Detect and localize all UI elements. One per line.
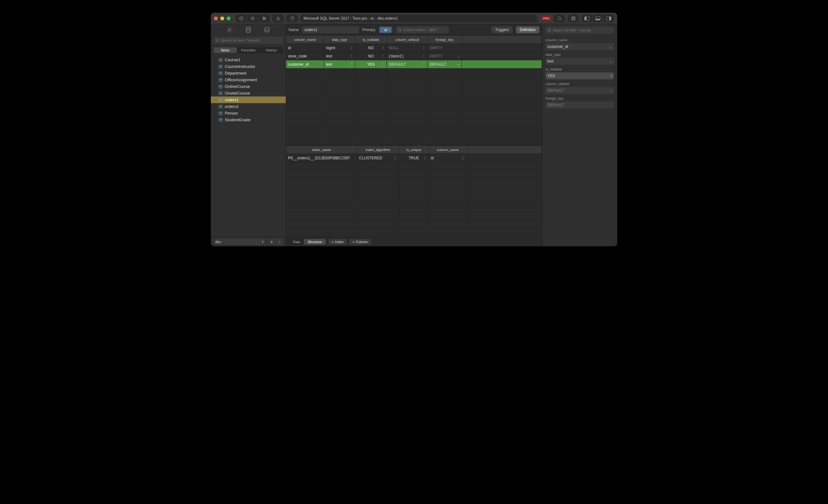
layout-left-panel-button[interactable] xyxy=(582,14,592,22)
header-column-name[interactable]: column_name xyxy=(286,36,324,43)
layout-right-panel-button[interactable] xyxy=(603,14,614,22)
stepper-icon[interactable] xyxy=(423,54,426,58)
sidebar-item-person[interactable]: Person xyxy=(211,110,286,117)
header-is-nullable[interactable]: is_nullable xyxy=(355,36,387,43)
cell-index-name[interactable]: PK__orders1__3213E83F06BC2397 xyxy=(286,154,357,162)
inspector-search-input[interactable] xyxy=(553,28,612,32)
sidebar-search-box[interactable] xyxy=(213,37,283,44)
grid-view-button[interactable] xyxy=(568,14,579,22)
arrow-right-icon[interactable]: → xyxy=(457,46,460,50)
breadcrumb[interactable]: Microsoft SQL Server 2017 : Tono pro : s… xyxy=(300,14,537,22)
stepper-icon[interactable] xyxy=(395,156,398,160)
sidebar-item-studentgrade[interactable]: StudentGrade xyxy=(211,117,286,123)
sidebar-item-onlinecourse[interactable]: OnlineCourse xyxy=(211,83,286,90)
cell-data-type[interactable]: bigint xyxy=(324,44,355,52)
minimize-window-button[interactable] xyxy=(220,16,224,20)
sidebar-item-officeassignment[interactable]: OfficeAssignment xyxy=(211,77,286,83)
cell-column-default[interactable]: DEFAULT xyxy=(387,60,428,68)
view-structure-button[interactable]: Structure xyxy=(304,239,326,245)
stepper-icon[interactable] xyxy=(382,46,386,50)
add-column-button[interactable]: +Column xyxy=(349,239,371,245)
header-is-unique[interactable]: is_unique xyxy=(399,146,429,154)
indexes-body[interactable]: PK__orders1__3213E83F06BC2397 CLUSTERED … xyxy=(286,154,542,237)
stepper-icon[interactable] xyxy=(424,156,428,160)
index-row[interactable]: PK__orders1__3213E83F06BC2397 CLUSTERED … xyxy=(286,154,542,162)
stepper-icon[interactable] xyxy=(463,156,466,160)
layout-bottom-panel-button[interactable] xyxy=(592,14,603,22)
stepper-icon[interactable] xyxy=(351,62,354,67)
cell-column-name[interactable]: customer_id xyxy=(286,60,324,68)
sidebar-item-orders1[interactable]: orders1 xyxy=(211,96,286,103)
sidebar-item-department[interactable]: Department xyxy=(211,70,286,77)
triggers-button[interactable]: Triggers xyxy=(491,26,513,33)
maximize-window-button[interactable] xyxy=(227,16,231,20)
header-index-algorithm[interactable]: index_algorithm xyxy=(357,146,399,154)
database-icon[interactable] xyxy=(245,27,251,33)
insp-field-column-default[interactable]: DEFAULT xyxy=(545,87,614,94)
header-column-default[interactable]: column_default xyxy=(387,36,428,43)
view-data-button[interactable]: Data xyxy=(289,239,304,245)
header-index-column[interactable]: column_name xyxy=(429,146,467,154)
stepper-icon[interactable] xyxy=(423,46,426,50)
add-item-button[interactable]: + xyxy=(268,239,276,245)
column-row[interactable]: store_code text NO ('store1') EMPTY→ xyxy=(286,52,542,60)
header-data-type[interactable]: data_type xyxy=(324,36,355,43)
column-search-input[interactable] xyxy=(403,28,447,32)
cell-foreign-key[interactable]: EMPTY→ xyxy=(428,52,462,60)
search-button[interactable] xyxy=(554,14,565,22)
arrow-right-icon[interactable]: → xyxy=(457,62,460,66)
table-name-input[interactable] xyxy=(302,26,359,33)
header-foreign-key[interactable]: foreign_key xyxy=(428,36,462,43)
cell-index-column[interactable]: id xyxy=(429,154,467,162)
cell-data-type[interactable]: text xyxy=(324,52,355,60)
preview-button[interactable] xyxy=(247,14,258,22)
cell-is-nullable[interactable]: NO xyxy=(355,52,387,60)
cell-column-default[interactable]: ('store1') xyxy=(387,52,428,60)
stepper-icon[interactable] xyxy=(351,46,354,50)
close-window-button[interactable] xyxy=(214,16,218,20)
tab-history[interactable]: History xyxy=(260,47,283,53)
split-handle[interactable] xyxy=(414,144,423,146)
activity-icon[interactable] xyxy=(226,27,233,33)
stepper-icon[interactable] xyxy=(382,62,386,67)
cell-column-name[interactable]: id xyxy=(286,44,324,52)
schema-select[interactable]: dbo ⇅ xyxy=(213,239,266,245)
insp-field-column-name[interactable]: customer_id xyxy=(545,43,614,50)
cell-column-name[interactable]: store_code xyxy=(286,52,324,60)
cell-foreign-key[interactable]: EMPTY→ xyxy=(428,44,462,52)
cell-column-default[interactable]: NULL xyxy=(387,44,428,52)
stepper-icon[interactable] xyxy=(423,62,426,67)
column-row[interactable]: customer_id text YES DEFAULT DEFAULT→ xyxy=(286,60,542,69)
tab-items[interactable]: Items xyxy=(214,47,237,53)
columns-body[interactable]: id bigint NO NULL EMPTY→ store_code text… xyxy=(286,44,542,145)
sidebar-item-onsitecourse[interactable]: OnsiteCourse xyxy=(211,90,286,96)
sidebar-search-input[interactable] xyxy=(221,38,281,42)
settings-lines-button[interactable] xyxy=(258,14,270,22)
insp-field-is-nullable[interactable]: YES ▴▾ xyxy=(545,72,614,79)
sidebar-item-orders2[interactable]: orders2 xyxy=(211,103,286,110)
tab-favorites[interactable]: Favorites xyxy=(237,47,260,53)
refresh-button[interactable] xyxy=(286,14,298,22)
column-row[interactable]: id bigint NO NULL EMPTY→ xyxy=(286,44,542,52)
sidebar-item-course1[interactable]: Course1 xyxy=(211,56,286,63)
add-index-button[interactable]: +Index xyxy=(329,239,347,245)
insp-field-foreign-key[interactable]: DEFAULT xyxy=(545,101,614,109)
arrow-right-icon[interactable]: → xyxy=(457,54,460,58)
cell-is-nullable[interactable]: YES xyxy=(355,60,387,68)
insp-field-data-type[interactable]: text xyxy=(545,58,614,65)
definition-button[interactable]: Definition xyxy=(516,26,539,33)
cell-data-type[interactable]: text xyxy=(324,60,355,68)
sql-icon[interactable]: SQL xyxy=(264,27,270,33)
header-index-name[interactable]: index_name xyxy=(286,146,357,154)
disconnect-button[interactable] xyxy=(236,14,247,22)
stepper-icon[interactable] xyxy=(351,54,354,58)
cell-index-alg[interactable]: CLUSTERED xyxy=(357,154,399,162)
cell-foreign-key[interactable]: DEFAULT→ xyxy=(428,60,462,68)
primary-key-field[interactable]: id xyxy=(378,26,393,33)
footer-dropdown-button[interactable]: ⌄ xyxy=(276,239,283,245)
inspector-search-box[interactable] xyxy=(545,27,614,34)
stepper-icon[interactable] xyxy=(382,54,386,58)
cell-is-nullable[interactable]: NO xyxy=(355,44,387,52)
sidebar-item-courseinstructor[interactable]: CourseInstructor xyxy=(211,63,286,70)
lock-button[interactable] xyxy=(273,14,284,22)
